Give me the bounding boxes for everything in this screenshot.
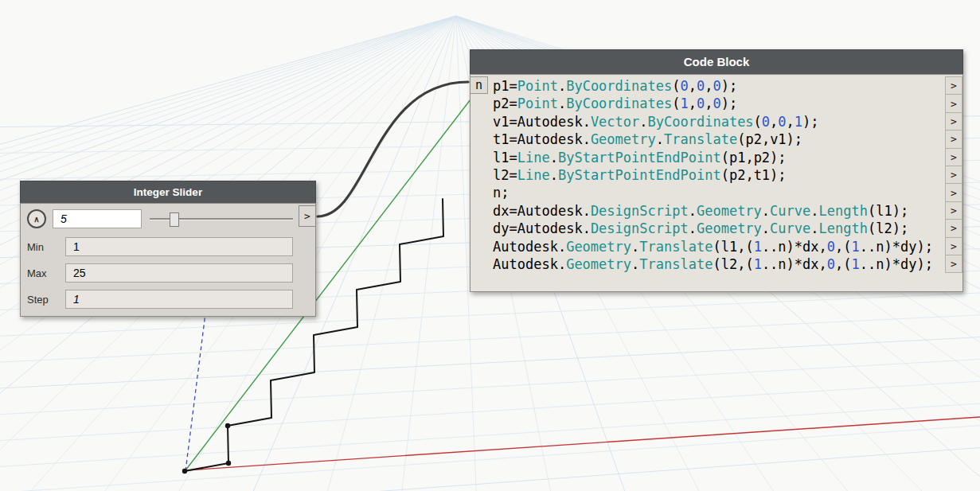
code-output-port[interactable]: > bbox=[945, 131, 962, 148]
integer-slider-node[interactable]: Integer Slider ∧ MinMaxStep > bbox=[20, 181, 316, 317]
geometry-point bbox=[226, 461, 231, 466]
field-label-max: Max bbox=[27, 267, 65, 279]
slider-field-row: Max bbox=[27, 263, 293, 283]
dynamo-workspace[interactable]: Integer Slider ∧ MinMaxStep > Code Block… bbox=[0, 0, 980, 491]
code-output-port[interactable]: > bbox=[945, 77, 962, 95]
code-line: dx=Autodesk.DesignScript.Geometry.Curve.… bbox=[493, 202, 942, 220]
code-output-port[interactable]: > bbox=[945, 95, 962, 112]
code-line: v1=Autodesk.Vector.ByCoordinates(0,0,1); bbox=[493, 113, 942, 131]
field-label-step: Step bbox=[27, 294, 65, 306]
code-output-port[interactable]: > bbox=[945, 238, 962, 255]
slider-output-port[interactable]: > bbox=[299, 205, 316, 227]
code-line: l1=Line.ByStartPointEndPoint(p1,p2); bbox=[493, 149, 942, 166]
x-axis-line bbox=[185, 417, 980, 470]
code-block-title[interactable]: Code Block bbox=[470, 49, 963, 74]
integer-slider-title[interactable]: Integer Slider bbox=[20, 181, 316, 203]
integer-slider-body: ∧ MinMaxStep bbox=[20, 203, 316, 317]
code-line: l2=Line.ByStartPointEndPoint(p2,t1); bbox=[493, 166, 942, 184]
slider-fields: MinMaxStep bbox=[27, 237, 293, 309]
code-output-port[interactable]: > bbox=[945, 166, 962, 184]
field-label-min: Min bbox=[27, 241, 65, 253]
code-block-body: n p1=Point.ByCoordinates(0,0,0);p2=Point… bbox=[470, 74, 963, 292]
code-output-port[interactable]: > bbox=[945, 113, 962, 131]
slider-value-input[interactable] bbox=[53, 209, 142, 228]
code-input-port-n[interactable]: n bbox=[470, 76, 488, 94]
slider-field-row: Step bbox=[27, 290, 293, 309]
field-input-min[interactable] bbox=[65, 237, 293, 256]
code-line: dy=Autodesk.DesignScript.Geometry.Curve.… bbox=[493, 220, 942, 237]
code-output-port[interactable]: > bbox=[945, 184, 962, 201]
code-block-node[interactable]: Code Block n p1=Point.ByCoordinates(0,0,… bbox=[470, 49, 963, 292]
code-line: Autodesk.Geometry.Translate(l2,(1..n)*dx… bbox=[493, 255, 942, 273]
slider-handle[interactable] bbox=[170, 212, 179, 227]
code-output-port[interactable]: > bbox=[945, 149, 962, 166]
code-output-port[interactable]: > bbox=[945, 220, 962, 237]
code-output-port[interactable]: > bbox=[945, 202, 962, 220]
slider-row: ∧ bbox=[27, 208, 293, 230]
geometry-point bbox=[225, 423, 230, 428]
code-line: p2=Point.ByCoordinates(1,0,0); bbox=[493, 95, 942, 112]
chevron-up-icon: ∧ bbox=[33, 215, 39, 224]
code-line: n; bbox=[493, 184, 942, 201]
code-line: t1=Autodesk.Geometry.Translate(p2,v1); bbox=[493, 131, 942, 148]
field-input-max[interactable] bbox=[65, 263, 293, 283]
code-editor[interactable]: p1=Point.ByCoordinates(0,0,0);p2=Point.B… bbox=[493, 77, 942, 273]
code-line: Autodesk.Geometry.Translate(l1,(1..n)*dx… bbox=[493, 238, 942, 255]
code-output-port[interactable]: > bbox=[945, 255, 962, 273]
geometry-point bbox=[182, 469, 187, 473]
field-input-step[interactable] bbox=[65, 290, 293, 309]
slider-track[interactable] bbox=[150, 209, 293, 228]
code-line: p1=Point.ByCoordinates(0,0,0); bbox=[493, 77, 942, 95]
code-output-ports: >>>>>>>>>>> bbox=[945, 76, 962, 273]
collapse-chevron-button[interactable]: ∧ bbox=[27, 209, 46, 228]
slider-field-row: Min bbox=[27, 237, 293, 256]
